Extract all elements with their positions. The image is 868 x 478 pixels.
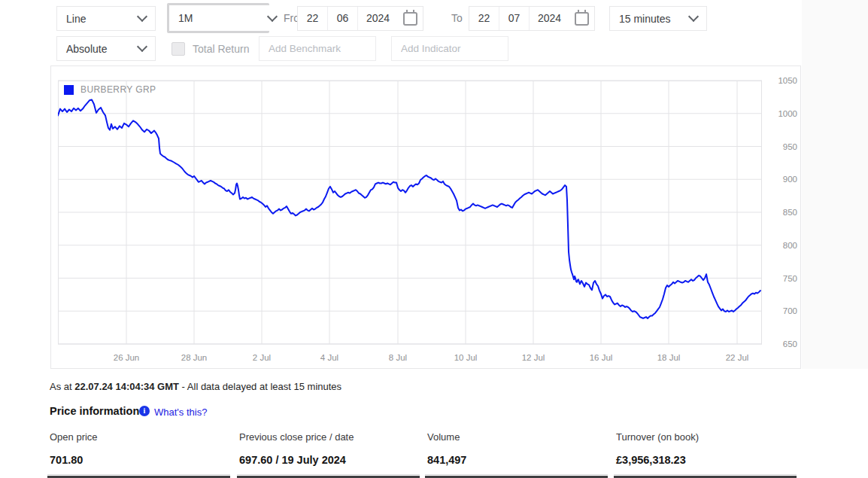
to-year-field[interactable]: 2024 [529,7,569,30]
range-select-wrapper: 1M [167,3,269,33]
chevron-down-icon [137,41,147,52]
to-date-group: 22 07 2024 [469,6,595,31]
legend-series-name: BURBERRY GRP [80,84,156,95]
y-axis-tick: 750 [764,273,797,284]
stat-value: 697.60 / 19 July 2024 [239,454,420,466]
legend-swatch-icon [64,85,74,95]
from-date-group: 22 06 2024 [297,6,423,31]
stat-label: Turnover (on book) [616,431,797,443]
to-day-field[interactable]: 22 [469,7,499,30]
interval-value: 15 minutes [619,13,670,25]
from-month-field[interactable]: 06 [327,7,357,30]
calendar-icon [403,12,417,26]
x-axis-tick: 28 Jun [171,353,217,362]
to-month-field[interactable]: 07 [499,7,529,30]
chevron-down-icon [267,11,278,21]
y-axis-tick: 700 [764,306,797,316]
from-year-field[interactable]: 2024 [357,7,398,30]
from-day-field[interactable]: 22 [298,7,327,30]
stat-label: Previous close price / date [239,431,420,443]
stat-value: 841,497 [427,454,608,466]
chart-legend: BURBERRY GRP [64,84,156,95]
range-select[interactable]: 1M [169,5,285,31]
chevron-down-icon [688,11,699,22]
stat-label: Volume [427,431,608,443]
as-at-suffix: - All data delayed at least 15 minutes [179,381,341,392]
stat-open-price: Open price 701.80 [47,425,230,475]
chart-type-value: Line [66,13,86,25]
chart-page: Line 1M From 22 06 2024 To 22 07 2024 15… [0,0,868,478]
price-chart-plot[interactable] [58,74,762,346]
as-at-timestamp: 22.07.24 14:04:34 GMT [74,381,179,392]
stat-label: Open price [50,431,230,443]
total-return-label: Total Return [193,43,249,55]
x-axis-tick: 12 Jul [511,353,556,362]
y-axis-tick: 1000 [764,108,797,119]
add-benchmark-input[interactable] [259,36,376,61]
range-value: 1M [178,12,193,24]
total-return-checkbox[interactable] [171,42,185,56]
y-axis-tick: 1050 [764,75,797,86]
x-axis-tick: 26 Jun [104,353,149,362]
y-axis-tick: 850 [764,207,797,218]
chevron-down-icon [137,11,147,22]
stat-value: £3,956,318.23 [616,454,797,466]
x-axis-tick: 22 Jul [715,353,760,362]
stat-previous-close: Previous close price / date 697.60 / 19 … [237,425,420,475]
stat-turnover: Turnover (on book) £3,956,318.23 [614,425,797,475]
info-icon[interactable]: i [139,406,150,416]
x-axis-tick: 10 Jul [443,353,488,362]
whats-this-link[interactable]: What's this? [154,406,207,418]
x-axis-tick: 18 Jul [646,353,691,362]
x-axis-tick: 8 Jul [375,353,420,362]
y-axis-tick: 650 [764,339,797,349]
y-axis-tick: 900 [764,174,797,184]
x-axis-tick: 16 Jul [578,353,624,362]
stat-volume: Volume 841,497 [425,425,608,475]
x-axis-tick: 4 Jul [307,353,352,362]
interval-select[interactable]: 15 minutes [609,6,707,31]
chart-type-select[interactable]: Line [56,6,156,31]
x-axis-tick: 2 Jul [239,353,284,362]
page-background-strip [802,0,868,369]
to-label: To [451,6,463,31]
stat-value: 701.80 [50,454,230,466]
y-axis-tick: 950 [764,142,797,152]
as-at-status: As at 22.07.24 14:04:34 GMT - All data d… [50,381,341,392]
price-chart-panel: 10501000950900850800750700650 26 Jun28 J… [50,65,801,369]
mode-value: Absolute [66,43,107,55]
mode-select[interactable]: Absolute [56,36,156,61]
y-axis-tick: 800 [764,240,797,251]
add-indicator-input[interactable] [391,36,508,61]
calendar-icon [575,12,589,26]
to-calendar-button[interactable] [569,12,594,26]
as-at-prefix: As at [50,381,74,392]
from-calendar-button[interactable] [398,12,423,26]
price-information-title: Price information [50,405,139,417]
total-return-group: Total Return [171,36,249,61]
